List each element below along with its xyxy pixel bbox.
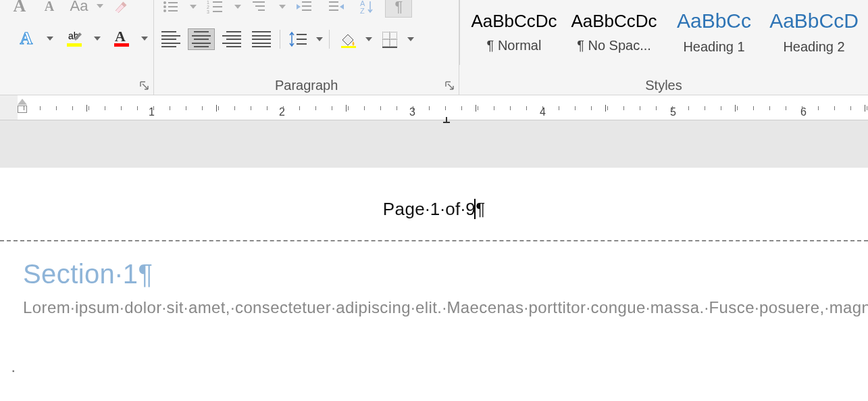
multilevel-list-button[interactable]: [247, 0, 273, 17]
highlight-color-button[interactable]: ab: [61, 28, 86, 49]
multilevel-list-dropdown[interactable]: [278, 5, 286, 9]
font-dialog-launcher[interactable]: [140, 81, 149, 91]
clear-formatting-button[interactable]: [108, 0, 134, 16]
separator: [329, 30, 330, 49]
ribbon-group-paragraph: 123 AZ ¶: [154, 0, 459, 95]
svg-rect-17: [302, 9, 311, 11]
bullets-button[interactable]: [158, 0, 184, 17]
anchor-icon: ▪: [12, 367, 18, 373]
align-left-button[interactable]: [158, 29, 184, 49]
page-number-field: Page·1·of·9: [383, 199, 476, 219]
svg-rect-5: [168, 10, 178, 11]
line-spacing-dropdown[interactable]: [315, 37, 324, 41]
highlight-color-dropdown[interactable]: [93, 37, 101, 41]
shading-dropdown[interactable]: [365, 37, 373, 41]
show-hide-paragraph-marks-button[interactable]: ¶: [385, 0, 412, 18]
ribbon-group-styles: AaBbCcDc ¶ Normal AaBbCcDc ¶ No Spac... …: [459, 0, 868, 95]
shading-button[interactable]: [335, 29, 361, 49]
svg-rect-15: [302, 1, 311, 3]
change-case-button[interactable]: Aa: [66, 0, 92, 16]
style-no-spacing[interactable]: AaBbCcDc ¶ No Spac...: [564, 0, 664, 65]
text-cursor: [474, 199, 476, 219]
pilcrow-icon: ¶: [476, 199, 485, 219]
svg-rect-23: [297, 34, 307, 35]
align-right-button[interactable]: [219, 29, 245, 49]
text-effects-dropdown[interactable]: [46, 37, 54, 41]
change-case-dropdown[interactable]: [96, 4, 104, 8]
paragraph-group-label: Paragraph: [154, 78, 459, 93]
svg-rect-24: [297, 39, 307, 40]
svg-rect-19: [329, 5, 338, 7]
separator: [280, 30, 280, 49]
borders-dropdown[interactable]: [407, 37, 415, 41]
font-button[interactable]: A: [7, 0, 32, 16]
ribbon-group-font: A A Aa A ab A: [0, 0, 154, 95]
body-paragraph[interactable]: Lorem·ipsum·dolor·sit·amet,·consectetuer…: [23, 296, 845, 320]
ruler-number: 2: [279, 106, 285, 118]
borders-button[interactable]: [377, 29, 403, 49]
svg-rect-13: [255, 5, 265, 7]
svg-rect-14: [258, 9, 265, 11]
style-heading-2[interactable]: AaBbCcD Heading 2: [764, 0, 864, 65]
increase-indent-button[interactable]: [323, 0, 349, 17]
line-spacing-button[interactable]: [286, 29, 311, 49]
svg-rect-12: [253, 1, 265, 3]
svg-rect-7: [213, 1, 222, 3]
paragraph-dialog-launcher[interactable]: [445, 81, 455, 91]
style-heading-1[interactable]: AaBbCc Heading 1: [664, 0, 764, 65]
font-color-button[interactable]: A: [108, 28, 134, 49]
workspace-background: [0, 120, 868, 168]
document-page[interactable]: Page·1·of·9¶ ▪ Section·1¶ Lorem·ipsum·do…: [0, 168, 868, 320]
svg-rect-25: [297, 43, 307, 45]
styles-group-label: Styles: [459, 78, 868, 93]
svg-rect-20: [329, 9, 338, 11]
numbering-dropdown[interactable]: [234, 5, 242, 9]
tab-stop-marker[interactable]: [443, 114, 450, 126]
section-heading[interactable]: Section·1¶: [23, 259, 868, 289]
svg-text:3: 3: [207, 9, 209, 14]
ribbon: A A Aa A ab A: [0, 0, 868, 95]
svg-text:2: 2: [207, 5, 209, 9]
grow-font-button[interactable]: A: [36, 0, 62, 16]
sort-button[interactable]: AZ: [354, 0, 380, 17]
svg-rect-18: [329, 1, 338, 3]
text-effects-button[interactable]: A: [14, 28, 39, 49]
svg-rect-26: [341, 46, 356, 48]
styles-gallery: AaBbCcDc ¶ Normal AaBbCcDc ¶ No Spac... …: [459, 0, 868, 65]
align-justify-button[interactable]: [249, 29, 274, 49]
svg-text:Z: Z: [360, 7, 365, 14]
decrease-indent-button[interactable]: [292, 0, 317, 17]
pilcrow-icon: ¶: [138, 259, 152, 289]
svg-rect-3: [168, 6, 178, 7]
svg-point-4: [163, 9, 166, 12]
indent-marker[interactable]: [18, 99, 27, 113]
ruler-number: 5: [670, 106, 676, 118]
svg-point-0: [163, 1, 166, 4]
svg-rect-16: [302, 5, 311, 7]
svg-point-2: [163, 5, 166, 8]
style-normal[interactable]: AaBbCcDc ¶ Normal: [464, 0, 564, 65]
horizontal-ruler[interactable]: 1 2 3 4 5 6: [0, 95, 868, 120]
svg-rect-1: [168, 2, 178, 3]
header-boundary-line: [0, 240, 868, 241]
svg-rect-11: [213, 11, 222, 12]
numbering-button[interactable]: 123: [203, 0, 228, 17]
page-header[interactable]: Page·1·of·9¶: [0, 199, 868, 220]
font-color-dropdown[interactable]: [141, 37, 149, 41]
bullets-dropdown[interactable]: [189, 5, 197, 9]
align-center-button[interactable]: [188, 28, 215, 50]
svg-text:1: 1: [207, 0, 209, 5]
svg-rect-9: [213, 6, 222, 7]
